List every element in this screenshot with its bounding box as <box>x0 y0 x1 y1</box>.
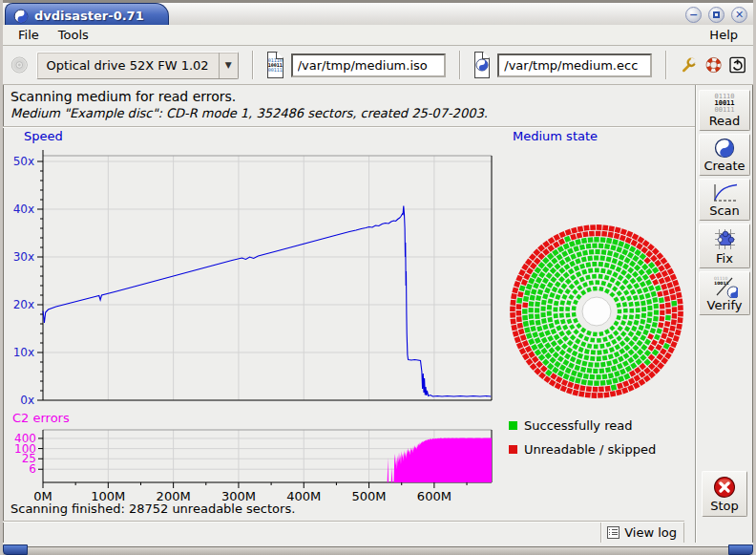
chevron-down-icon: ▼ <box>219 53 238 78</box>
svg-text:400: 400 <box>14 432 36 445</box>
toolbar: Optical drive 52X FW 1.02 ▼ 01110 10011 … <box>3 46 753 85</box>
bottom-frame-bar[interactable] <box>3 546 753 555</box>
bin-row: 00111 <box>268 68 283 73</box>
read-button[interactable]: 01110 10011 00111 Read <box>699 90 750 131</box>
app-window: dvdisaster-0.71 − ✕ File Tools Help Opti… <box>0 0 756 555</box>
log-list-icon <box>607 526 620 539</box>
drive-selector-value: Optical drive 52X FW 1.02 <box>37 58 219 73</box>
binary-rows-icon: 01110 10011 00111 <box>714 94 734 114</box>
stop-icon <box>713 476 736 499</box>
create-label: Create <box>704 159 745 173</box>
menu-file[interactable]: File <box>9 26 49 44</box>
menu-bar: File Tools Help <box>3 25 753 46</box>
toolbar-separator <box>665 51 667 79</box>
scan-label: Scan <box>709 203 740 218</box>
verify-button[interactable]: 01110 10011 Verify <box>699 271 750 315</box>
action-sidebar: 01110 10011 00111 Read Create Scan <box>695 85 753 543</box>
scan-curve-icon <box>711 182 738 203</box>
preferences-wrench-icon[interactable] <box>681 53 697 77</box>
page-fold <box>277 52 284 58</box>
app-yinyang-icon <box>13 9 29 24</box>
menu-tools[interactable]: Tools <box>49 26 98 44</box>
svg-text:10x: 10x <box>13 346 34 359</box>
scan-button[interactable]: Scan <box>699 179 750 221</box>
toolbar-separator <box>459 51 461 79</box>
help-lifebelt-icon[interactable] <box>705 53 722 77</box>
title-bar[interactable]: dvdisaster-0.71 − ✕ <box>3 0 753 25</box>
legend-read-label: Successfully read <box>524 418 632 433</box>
scan-status-head: Scanning medium for read errors. Medium … <box>3 85 695 127</box>
verify-label: Verify <box>707 298 743 312</box>
page-fold <box>483 52 490 58</box>
minimize-button[interactable]: − <box>685 7 702 23</box>
ecc-path-input[interactable] <box>497 53 652 77</box>
create-button[interactable]: Create <box>699 134 750 176</box>
yinyang-mini-icon <box>475 58 489 72</box>
quit-power-icon[interactable] <box>729 53 746 77</box>
iso-image-icon: 01110 10011 00111 <box>267 52 284 78</box>
window-title: dvdisaster-0.71 <box>34 9 144 23</box>
puzzle-piece-icon <box>713 227 737 251</box>
read-label: Read <box>709 114 741 128</box>
scan-status-line1: Scanning medium for read errors. <box>10 89 687 104</box>
svg-text:50x: 50x <box>13 155 34 168</box>
status-line: Scanning finished: 28752 unreadable sect… <box>3 499 695 521</box>
bottom-right-corner[interactable] <box>728 544 753 555</box>
window-bottom-frame <box>3 543 753 555</box>
bottom-bar: View log <box>3 521 684 543</box>
legend-skip-label: Unreadable / skipped <box>524 442 656 457</box>
menu-help[interactable]: Help <box>700 26 747 44</box>
cd-drive-icon[interactable] <box>10 52 29 78</box>
view-log-button[interactable]: View log <box>600 523 684 543</box>
stop-label: Stop <box>710 499 739 513</box>
green-swatch <box>509 421 517 430</box>
verify-compare-icon: 01110 10011 <box>711 275 738 298</box>
yinyang-icon <box>714 138 735 159</box>
speed-c2-charts: 0x10x20x30x40x50x6251004000M100M200M300M… <box>3 127 501 506</box>
svg-text:40x: 40x <box>13 203 34 216</box>
bottom-left-corner[interactable] <box>3 544 28 555</box>
fix-button[interactable]: Fix <box>699 224 750 268</box>
medium-state-title: Medium state <box>513 129 598 143</box>
red-swatch <box>509 445 517 454</box>
medium-info-line: Medium "Example disc": CD-R mode 1, 3524… <box>10 106 687 120</box>
legend-successfully-read: Successfully read <box>509 418 690 433</box>
medium-state-disc <box>499 219 695 408</box>
svg-text:30x: 30x <box>13 250 34 264</box>
svg-text:20x: 20x <box>13 298 34 311</box>
iso-path-input[interactable] <box>291 53 446 77</box>
close-button[interactable]: ✕ <box>731 7 747 23</box>
drive-selector[interactable]: Optical drive 52X FW 1.02 ▼ <box>36 52 239 79</box>
view-log-label: View log <box>624 525 677 540</box>
ecc-file-icon <box>474 52 491 78</box>
chart-zone: Speed Medium state C2 errors 0x10x20x30x… <box>3 127 695 499</box>
maximize-button[interactable] <box>708 7 724 23</box>
svg-text:0x: 0x <box>20 394 34 407</box>
legend-unreadable-skipped: Unreadable / skipped <box>509 442 690 457</box>
stop-button[interactable]: Stop <box>702 471 747 517</box>
fix-label: Fix <box>716 251 733 266</box>
maximize-icon <box>713 11 720 18</box>
toolbar-separator <box>252 51 254 79</box>
